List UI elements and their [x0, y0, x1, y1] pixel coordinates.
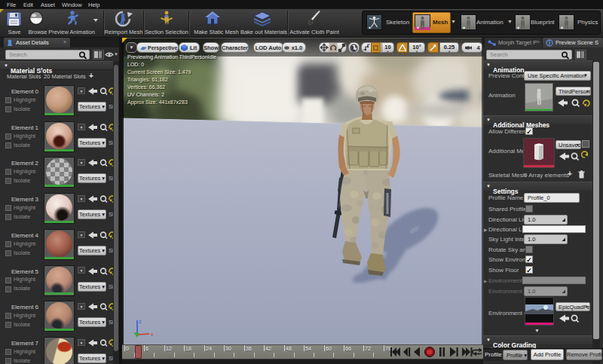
svg-text:z: z — [139, 319, 142, 324]
svg-text:x: x — [151, 332, 154, 337]
